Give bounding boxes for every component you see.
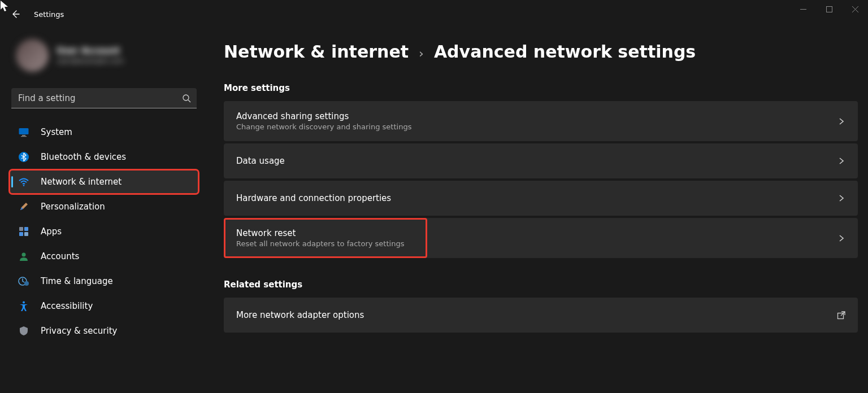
svg-rect-11 [24, 232, 28, 236]
shield-icon [18, 325, 29, 337]
maximize-button[interactable] [816, 0, 842, 18]
arrow-left-icon [11, 10, 20, 19]
svg-rect-2 [19, 128, 29, 134]
main-content: Network & internet › Advanced network se… [203, 28, 868, 393]
sidebar-item-apps[interactable]: Apps [10, 220, 198, 243]
card-title: Data usage [236, 156, 285, 166]
minimize-icon [800, 6, 806, 12]
user-account-block[interactable]: User Account user@example.com [10, 33, 198, 78]
user-name: User Account [57, 46, 124, 56]
accessibility-icon [18, 300, 29, 312]
sidebar-item-label: Accounts [41, 251, 79, 261]
wifi-icon [18, 176, 29, 187]
svg-rect-0 [826, 6, 832, 12]
sidebar-item-label: Network & internet [41, 177, 121, 187]
svg-point-1 [183, 95, 189, 101]
card-subtitle: Change network discovery and sharing set… [236, 123, 411, 131]
sidebar-item-personalization[interactable]: Personalization [10, 195, 198, 218]
app-title: Settings [34, 10, 64, 19]
chevron-right-icon: › [416, 46, 426, 60]
related-settings-list: More network adapter options [224, 298, 858, 333]
svg-rect-4 [22, 135, 25, 136]
sidebar-item-label: Personalization [41, 202, 105, 212]
chevron-right-icon [837, 194, 845, 202]
svg-rect-9 [24, 227, 28, 231]
svg-rect-5 [21, 136, 27, 137]
section-heading-more-settings: More settings [224, 83, 858, 93]
search-input[interactable] [11, 88, 197, 108]
chevron-right-icon [837, 117, 845, 125]
sidebar-item-time-language[interactable]: Time & language [10, 270, 198, 292]
card-title: Network reset [236, 228, 404, 238]
sidebar-item-system[interactable]: System [10, 121, 198, 143]
card-title: Advanced sharing settings [236, 111, 411, 121]
bluetooth-icon [18, 151, 29, 163]
sidebar-item-label: Time & language [41, 276, 113, 286]
close-button[interactable] [842, 0, 868, 18]
card-more-adapter-options[interactable]: More network adapter options [224, 298, 858, 333]
monitor-icon [18, 126, 29, 138]
card-advanced-sharing[interactable]: Advanced sharing settings Change network… [224, 101, 858, 141]
sidebar-item-accessibility[interactable]: Accessibility [10, 295, 198, 317]
title-bar: Settings [0, 0, 868, 28]
sidebar-item-label: Privacy & security [41, 326, 117, 336]
page-title: Advanced network settings [434, 42, 696, 62]
breadcrumb-parent[interactable]: Network & internet [224, 42, 409, 62]
minimize-button[interactable] [790, 0, 816, 18]
svg-point-12 [22, 253, 26, 257]
sidebar-item-label: Bluetooth & devices [41, 152, 126, 162]
card-subtitle: Reset all network adapters to factory se… [236, 239, 404, 248]
sidebar-item-accounts[interactable]: Accounts [10, 245, 198, 268]
card-network-reset[interactable]: Network reset Reset all network adapters… [224, 218, 858, 258]
back-button[interactable] [7, 6, 24, 23]
person-icon [18, 251, 29, 262]
card-data-usage[interactable]: Data usage [224, 143, 858, 178]
nav-list: System Bluetooth & devices Network & int… [10, 121, 198, 342]
chevron-right-icon [837, 157, 845, 165]
external-link-icon [837, 311, 845, 320]
card-title: More network adapter options [236, 310, 364, 320]
sidebar-item-network[interactable]: Network & internet [10, 171, 198, 193]
svg-rect-8 [19, 227, 23, 231]
close-icon [852, 6, 858, 12]
card-hardware-properties[interactable]: Hardware and connection properties [224, 181, 858, 216]
sidebar-item-label: Accessibility [41, 301, 93, 311]
svg-point-15 [23, 302, 25, 304]
sidebar-item-label: System [41, 127, 72, 137]
search-icon [182, 94, 191, 103]
sidebar-item-privacy[interactable]: Privacy & security [10, 320, 198, 342]
clock-globe-icon [18, 276, 29, 287]
svg-point-14 [24, 281, 29, 286]
section-heading-related-settings: Related settings [224, 280, 858, 290]
avatar [16, 39, 49, 72]
chevron-right-icon [837, 234, 845, 242]
sidebar-item-label: Apps [41, 226, 62, 237]
maximize-icon [826, 6, 832, 12]
mouse-cursor-icon [0, 0, 9, 12]
user-email: user@example.com [57, 57, 124, 65]
svg-rect-10 [19, 232, 23, 236]
more-settings-list: Advanced sharing settings Change network… [224, 101, 858, 258]
apps-icon [18, 226, 29, 237]
brush-icon [18, 201, 29, 212]
breadcrumb: Network & internet › Advanced network se… [224, 42, 858, 62]
card-title: Hardware and connection properties [236, 193, 391, 203]
sidebar-item-bluetooth[interactable]: Bluetooth & devices [10, 146, 198, 168]
sidebar: User Account user@example.com System Blu… [0, 28, 203, 393]
svg-point-7 [23, 185, 25, 186]
